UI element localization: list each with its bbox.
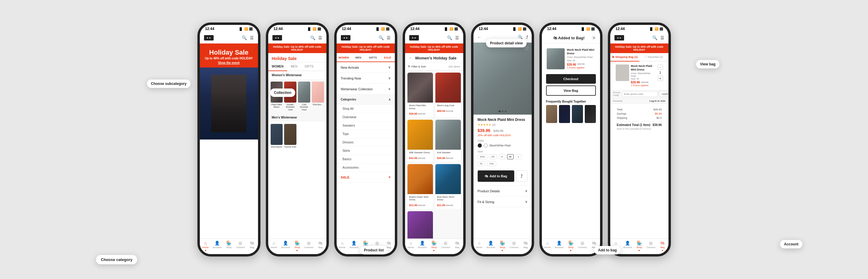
nav-shop-5[interactable]: 🏪Shop [497,241,508,251]
size-l[interactable]: L [516,154,522,159]
freq-item-2[interactable] [559,105,570,123]
search-icon-7[interactable]: 🔍 [652,35,657,40]
nav-bag-active-7[interactable]: 🛍Bag [657,241,669,251]
menu-winterwear[interactable]: Winterwear Collection ∨ [337,84,395,94]
menu-new-arrivals[interactable]: New Arrivals ∨ [337,62,395,73]
menu-skirts[interactable]: Skirts [337,147,395,155]
back-btn-4[interactable]: ← [409,56,413,60]
nav-home-6[interactable]: ⌂Home [542,241,554,251]
share-btn[interactable]: ⤴ [516,170,527,182]
size-m[interactable]: M [507,154,514,159]
search-icon-4[interactable]: 🔍 [447,35,452,40]
tab-men-3[interactable]: MEN [351,53,366,62]
nav-shop[interactable]: 🏪 Shop [223,241,235,251]
nav-connect-2[interactable]: ◎Connect [303,241,315,251]
nav-bag[interactable]: 🛍 Bag [246,241,258,251]
size-xl[interactable]: XL [478,161,486,166]
shop-link[interactable]: Shop the event [204,61,254,64]
decrease-qty[interactable]: - [658,64,663,70]
freq-item-1[interactable] [546,105,557,123]
product-card-pink[interactable]: Pink Bou... [312,82,324,111]
nav-account-7[interactable]: 👤Account [622,241,633,251]
add-to-bag-btn[interactable]: 🛍 Add to Bag [478,170,514,182]
nav-connect-4[interactable]: ◎Connect [440,241,452,251]
product-card-track[interactable]: Cold Shoulder Track [298,82,310,111]
nav-shop-4[interactable]: 🏪Shop [428,241,440,251]
nav-connect-6[interactable]: ◎Connect [577,241,588,251]
menu-outerwear[interactable]: Outerwear [337,113,395,122]
size-s[interactable]: S [499,154,505,159]
product-gray-knit[interactable]: Knit Sweater $35.96$55.95 [435,120,461,162]
menu-tops[interactable]: Tops [337,130,395,138]
tab-gifts-2[interactable]: GIFTS [301,62,317,70]
nav-account-6[interactable]: 👤Account [553,241,565,251]
login-link[interactable]: Log In or Join [650,100,665,102]
mens-card-1[interactable]: Wool Blazer [271,124,283,148]
nav-connect-5[interactable]: ◎Connect [508,241,520,251]
nav-bag-4[interactable]: 🛍Bag [452,241,463,251]
size-xxl[interactable]: XXL [487,161,496,166]
tab-favorites[interactable]: ♡ Favorites (2) [639,53,669,61]
freq-item-3[interactable] [572,105,583,123]
nav-account-5[interactable]: 👤Account [485,241,497,251]
nav-bag-5[interactable]: 🛍Bag [520,241,532,251]
menu-icon-4[interactable]: ☰ [455,35,459,40]
product-button-down[interactable]: Button Down Shirt Dress $21.96$39.95 [407,164,433,209]
tab-women[interactable]: WOMEN [268,62,287,71]
view-bag-btn[interactable]: View Bag [546,86,596,96]
color-dot-1[interactable] [478,144,482,148]
filter-sort-label[interactable]: Filter & Sort [412,65,426,68]
nav-account-3[interactable]: 👤Account [348,241,360,251]
nav-home-3[interactable]: ⌂Home [337,241,348,251]
menu-icon[interactable]: ☰ [250,35,254,40]
nav-account[interactable]: 👤 Account [211,241,223,251]
nav-connect-7[interactable]: ◎Connect [645,241,657,251]
menu-categories[interactable]: Categories ∧ [337,94,395,105]
menu-dresses[interactable]: Dresses [337,138,395,147]
menu-accessories[interactable]: Accessories [337,163,395,172]
color-dot-2[interactable] [484,144,488,148]
nav-bag-2[interactable]: 🛍Bag [315,241,327,251]
search-icon[interactable]: 🔍 [242,35,247,40]
menu-icon-7[interactable]: ☰ [660,35,664,40]
menu-icon-2[interactable]: ☰ [318,35,322,40]
nav-shop-2[interactable]: 🏪Shop [291,241,303,251]
menu-sweaters[interactable]: Sweaters [337,122,395,130]
nav-account-4[interactable]: 👤Account [416,241,428,251]
menu-icon-3[interactable]: ☰ [387,35,391,40]
menu-shop-all[interactable]: Shop All [337,105,395,113]
tab-women-3[interactable]: WOMEN [337,53,351,62]
nav-home[interactable]: ⌂ Home [200,241,212,251]
size-xs[interactable]: XS [489,154,497,159]
mens-card-2[interactable]: Flannel Shirt [284,124,297,148]
tab-gifts-3[interactable]: GIFTS [366,53,380,62]
nav-shop-7[interactable]: 🏪Shop [633,241,645,251]
nav-connect[interactable]: ◎ Connect [235,241,246,251]
search-icon-3[interactable]: 🔍 [379,35,384,40]
product-sweater-dress[interactable]: MIB Sweater Dress $41.96$59.95 [407,120,433,162]
menu-sale[interactable]: SALE ∨ [337,172,395,183]
increase-qty[interactable]: + [658,75,663,81]
tab-men-2[interactable]: MEN [287,62,301,70]
product-details-accordion[interactable]: Product Details ∨ [473,186,532,196]
product-bow-neck[interactable]: Bow Neck Short Dress $21.96$34.95 [435,164,461,209]
back-btn-5[interactable]: ← [477,34,482,40]
nav-account-2[interactable]: 👤Account [280,241,291,251]
nav-home-4[interactable]: ⌂Home [405,241,417,251]
apply-btn[interactable]: Apply [659,91,668,97]
product-wool-coat[interactable]: Wool Long Coat $69.56$79.95 [435,72,461,117]
menu-trending[interactable]: Trending Now ∨ [337,73,395,84]
checkout-btn[interactable]: Checkout [546,74,596,84]
nav-home-2[interactable]: ⌂Home [268,241,280,251]
share-icon[interactable]: ⤴ [526,35,528,40]
product-mock-plaid[interactable]: Mock Plaid Mini Dress $39.96$49.95 [407,72,433,117]
menu-basics[interactable]: Basics [337,155,395,163]
size-xxs[interactable]: XXS [478,154,487,159]
nav-shop-6[interactable]: 🏪Shop [565,241,577,251]
freq-item-4[interactable] [585,105,596,123]
tab-shopping-bag[interactable]: 🛍 Shopping Bag (1) [610,53,639,62]
tab-sale-3[interactable]: SALE [380,53,395,62]
close-btn-bag[interactable]: ✕ [592,35,596,41]
promo-input[interactable] [622,91,658,97]
fit-sizing-accordion[interactable]: Fit & Sizing ∨ [473,196,532,207]
